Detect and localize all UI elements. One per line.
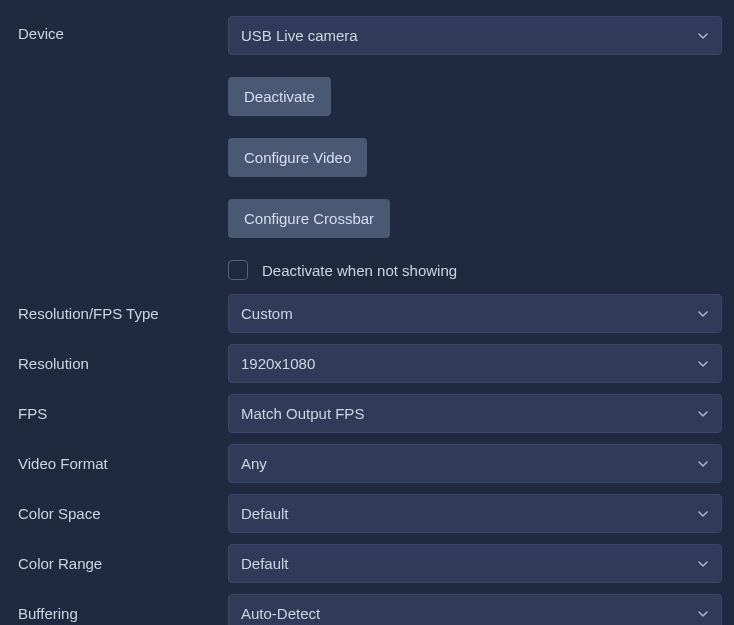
color-space-label: Color Space bbox=[18, 505, 216, 522]
device-label: Device bbox=[18, 16, 216, 42]
fps-label: FPS bbox=[18, 405, 216, 422]
video-format-value: Any bbox=[241, 455, 267, 472]
configure-video-button[interactable]: Configure Video bbox=[228, 138, 367, 177]
deactivate-button[interactable]: Deactivate bbox=[228, 77, 331, 116]
color-space-value: Default bbox=[241, 505, 289, 522]
resolution-value: 1920x1080 bbox=[241, 355, 315, 372]
buffering-label: Buffering bbox=[18, 605, 216, 622]
chevron-down-icon bbox=[697, 508, 709, 520]
fps-select[interactable]: Match Output FPS bbox=[228, 394, 722, 433]
color-space-select[interactable]: Default bbox=[228, 494, 722, 533]
chevron-down-icon bbox=[697, 308, 709, 320]
chevron-down-icon bbox=[697, 30, 709, 42]
buffering-select[interactable]: Auto-Detect bbox=[228, 594, 722, 625]
fps-value: Match Output FPS bbox=[241, 405, 364, 422]
chevron-down-icon bbox=[697, 608, 709, 620]
resolution-fps-type-label: Resolution/FPS Type bbox=[18, 305, 216, 322]
color-range-label: Color Range bbox=[18, 555, 216, 572]
configure-crossbar-button[interactable]: Configure Crossbar bbox=[228, 199, 390, 238]
chevron-down-icon bbox=[697, 458, 709, 470]
device-select-value: USB Live camera bbox=[241, 27, 358, 44]
device-select[interactable]: USB Live camera bbox=[228, 16, 722, 55]
video-format-label: Video Format bbox=[18, 455, 216, 472]
deactivate-when-not-showing-checkbox[interactable] bbox=[228, 260, 248, 280]
resolution-fps-type-select[interactable]: Custom bbox=[228, 294, 722, 333]
chevron-down-icon bbox=[697, 408, 709, 420]
video-format-select[interactable]: Any bbox=[228, 444, 722, 483]
chevron-down-icon bbox=[697, 358, 709, 370]
deactivate-when-not-showing-label: Deactivate when not showing bbox=[262, 262, 457, 279]
chevron-down-icon bbox=[697, 558, 709, 570]
color-range-value: Default bbox=[241, 555, 289, 572]
buffering-value: Auto-Detect bbox=[241, 605, 320, 622]
resolution-label: Resolution bbox=[18, 355, 216, 372]
deactivate-when-not-showing-row[interactable]: Deactivate when not showing bbox=[228, 260, 722, 280]
color-range-select[interactable]: Default bbox=[228, 544, 722, 583]
resolution-fps-type-value: Custom bbox=[241, 305, 293, 322]
resolution-select[interactable]: 1920x1080 bbox=[228, 344, 722, 383]
